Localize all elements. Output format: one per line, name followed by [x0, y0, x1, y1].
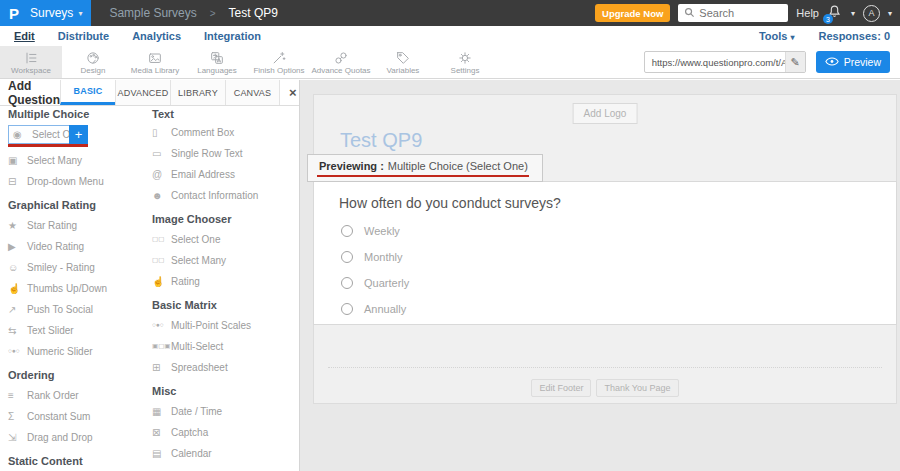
radio-button-icon[interactable] [341, 225, 353, 237]
panel-tab-canvas[interactable]: CANVAS [225, 80, 280, 105]
nav-right: Tools ▾ Responses: 0 [759, 30, 892, 42]
answer-option-monthly[interactable]: Monthly [341, 250, 896, 263]
nav-tab-analytics[interactable]: Analytics [126, 30, 187, 42]
nav-tab-integration[interactable]: Integration [198, 30, 267, 42]
toolbar-item-design[interactable]: Design [62, 46, 124, 78]
responses-count[interactable]: Responses: 0 [818, 30, 890, 42]
help-link[interactable]: Help [796, 7, 819, 19]
edit-url-icon[interactable]: ✎ [785, 52, 805, 72]
toolbar-item-variables[interactable]: Variables [372, 46, 434, 78]
add-logo-button[interactable]: Add Logo [573, 103, 638, 124]
preview-button-label: Preview [844, 56, 881, 68]
question-type-multi-select[interactable]: ▣▢▣Multi-Select [152, 339, 298, 354]
search-icon [684, 4, 695, 22]
question-type-drop-down-menu[interactable]: ⊟Drop-down Menu [8, 174, 146, 189]
toolbar-item-label: Settings [451, 66, 480, 75]
answer-option-quarterly[interactable]: Quarterly [341, 276, 896, 289]
question-type-single-row-text[interactable]: ▭Single Row Text [152, 146, 298, 161]
toolbar-item-media-library[interactable]: Media Library [124, 46, 186, 78]
question-type-select-one[interactable]: ◉Select One+ [8, 125, 88, 144]
toolbar-item-settings[interactable]: Settings [434, 46, 496, 78]
thank-you-page-button[interactable]: Thank You Page [596, 379, 678, 397]
question-type-label: Rating [171, 276, 200, 287]
question-type-contact-information[interactable]: ☻Contact Information [152, 188, 298, 203]
notifications-button[interactable]: 3 [827, 5, 843, 21]
select-one-icon: ◉ [13, 130, 32, 140]
question-type-columns: Multiple Choice◉Select One+▣Select Many⊟… [0, 106, 299, 471]
question-type-date-time[interactable]: ▦Date / Time [152, 404, 298, 419]
question-type-star-rating[interactable]: ★Star Rating [8, 218, 146, 233]
nav-tab-edit[interactable]: Edit [8, 30, 41, 42]
question-type-select-many[interactable]: ▢▢Select Many [152, 253, 298, 268]
multi-select-icon: ▣▢▣ [152, 343, 171, 350]
design-icon [85, 50, 101, 66]
question-type-constant-sum[interactable]: ΣConstant Sum [8, 409, 146, 424]
toolbar-item-workspace[interactable]: Workspace [0, 46, 62, 78]
avatar[interactable]: A [863, 5, 880, 22]
question-type-rating[interactable]: ☝Rating [152, 274, 298, 289]
question-type-label: Text Slider [27, 325, 74, 336]
panel-tab-advanced[interactable]: ADVANCED [115, 80, 170, 105]
panel-tab-basic[interactable]: BASIC [60, 80, 115, 105]
question-type-smiley-rating[interactable]: ☺Smiley - Rating [8, 260, 146, 275]
question-type-thumbs-up-down[interactable]: ☝Thumbs Up/Down [8, 281, 146, 296]
radio-button-icon[interactable] [341, 303, 353, 315]
surveys-menu[interactable]: Surveys ▾ [30, 6, 82, 20]
question-type-text-slider[interactable]: ⇆Text Slider [8, 323, 146, 338]
toolbar-item-languages[interactable]: Languages [186, 46, 248, 78]
toolbar-right: https://www.questionpro.com/t/APNrfZ ✎ P… [644, 46, 900, 78]
content-area: Add Question BASICADVANCEDLIBRARYCANVAS … [0, 80, 900, 471]
edit-footer-button[interactable]: Edit Footer [531, 379, 591, 397]
question-type-numeric-slider[interactable]: ○●○Numeric Slider [8, 344, 146, 359]
toolbar-item-advance-quotas[interactable]: Advance Quotas [310, 46, 372, 78]
radio-button-icon[interactable] [341, 251, 353, 263]
panel-tab-library[interactable]: LIBRARY [170, 80, 225, 105]
question-type-comment-box[interactable]: ▯Comment Box [152, 125, 298, 140]
close-panel-icon[interactable]: × [280, 85, 300, 100]
radio-button-icon[interactable] [341, 277, 353, 289]
question-type-email-address[interactable]: @Email Address [152, 167, 298, 182]
question-type-label: Constant Sum [27, 411, 90, 422]
brand-area: P Surveys ▾ [0, 0, 91, 26]
question-type-drag-and-drop[interactable]: ⇲Drag and Drop [8, 430, 146, 445]
add-question-plus-button[interactable]: + [69, 125, 88, 144]
answer-option-weekly[interactable]: Weekly [341, 224, 896, 237]
question-type-video-rating[interactable]: ▶Video Rating [8, 239, 146, 254]
topbar-right: Upgrade Now Help 3 ▾ A ▾ [595, 4, 900, 22]
question-type-rank-order[interactable]: ≡Rank Order [8, 388, 146, 403]
eye-icon [825, 56, 839, 68]
question-type-column-2: Text▯Comment Box▭Single Row Text@Email A… [152, 106, 298, 471]
red-underline [317, 175, 529, 178]
breadcrumb: Sample Surveys > Test QP9 [109, 6, 278, 20]
question-type-select-many[interactable]: ▣Select Many [8, 153, 146, 168]
tools-menu[interactable]: Tools ▾ [759, 30, 795, 42]
question-type-push-to-social[interactable]: ↗Push To Social [8, 302, 146, 317]
question-type-label: Numeric Slider [27, 346, 93, 357]
question-type-select-one[interactable]: ▢▢Select One [152, 232, 298, 247]
upgrade-now-button[interactable]: Upgrade Now [595, 4, 670, 22]
notification-badge: 3 [823, 14, 833, 24]
questionpro-logo[interactable]: P [9, 6, 19, 21]
toolbar-item-label: Design [81, 66, 106, 75]
question-type-label: Multi-Select [171, 341, 223, 352]
question-type-label: Thumbs Up/Down [27, 283, 107, 294]
toolbar-item-label: Languages [197, 66, 237, 75]
preview-button[interactable]: Preview [816, 51, 890, 73]
question-text: How often do you conduct surveys? [339, 195, 896, 211]
answer-option-annually[interactable]: Annually [341, 302, 896, 315]
survey-stage: Add Logo Test QP9 Previewing : Multiple … [300, 80, 900, 471]
search-input[interactable] [699, 7, 781, 19]
survey-url-field[interactable]: https://www.questionpro.com/t/APNrfZ ✎ [644, 51, 806, 73]
toolbar-item-finish-options[interactable]: Finish Options [248, 46, 310, 78]
calendar-icon: ▤ [152, 449, 171, 459]
date-time-icon: ▦ [152, 407, 171, 417]
answer-option-label: Annually [364, 303, 406, 315]
question-type-calendar[interactable]: ▤Calendar [152, 446, 298, 461]
nav-tab-distribute[interactable]: Distribute [52, 30, 115, 42]
question-type-column-1: Multiple Choice◉Select One+▣Select Many⊟… [8, 106, 146, 471]
question-type-label: Drag and Drop [27, 432, 93, 443]
question-type-multi-point-scales[interactable]: ○●○Multi-Point Scales [152, 318, 298, 333]
breadcrumb-parent[interactable]: Sample Surveys [109, 6, 196, 20]
question-type-captcha[interactable]: ⊠Captcha [152, 425, 298, 440]
question-type-spreadsheet[interactable]: ⊞Spreadsheet [152, 360, 298, 375]
